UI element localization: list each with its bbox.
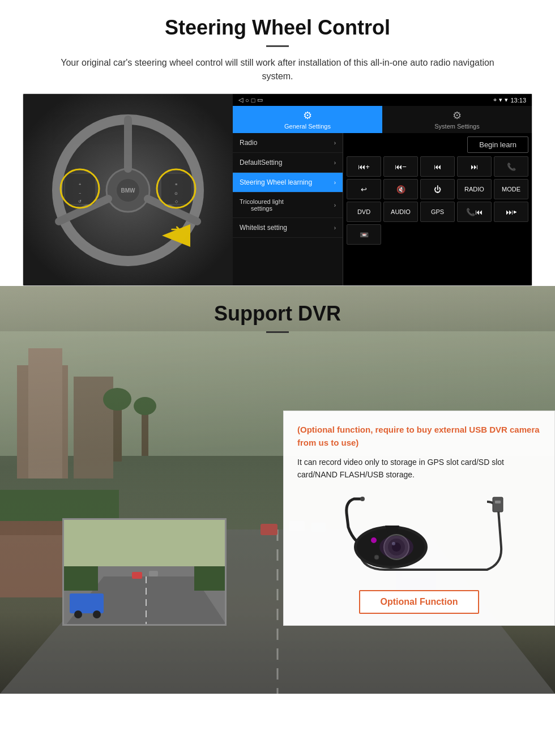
menu-item-tricoloured[interactable]: Tricoloured lightsettings › [233,193,343,218]
android-menu-list: Radio › DefaultSetting › Steering Wheel … [233,133,343,285]
svg-rect-51 [493,497,503,512]
title-divider-steering [266,45,289,47]
ctrl-mute[interactable]: 🔇 [383,179,418,199]
dvr-title: Support DVR [0,302,555,326]
menu-default-arrow: › [334,160,336,166]
svg-rect-38 [0,490,119,521]
tab-system[interactable]: ⚙ System Settings [382,106,532,133]
dvr-small-screen [62,518,227,626]
control-panel: Begin learn ⏮+ ⏮− ⏮ ⏭ 📞 ↩ 🔇 ⏻ RADIO [343,133,532,285]
svg-rect-21 [28,348,62,479]
svg-text:+: + [79,182,82,187]
ctrl-vol-down[interactable]: ⏮− [383,156,418,177]
menu-item-whitelist[interactable]: Whitelist setting › [233,218,343,238]
dvr-camera-image [297,490,541,581]
svg-rect-48 [64,565,98,591]
ctrl-prev[interactable]: ⏮ [420,156,455,177]
android-panel: ◁ ○ □ ▭ ⌖ ▾ ▾ 13:13 ⚙ General Settings ⚙… [233,94,532,285]
ctrl-vol-up[interactable]: ⏮+ [347,156,381,177]
svg-point-59 [371,537,377,543]
statusbar-home: ○ [245,97,249,104]
svg-text:➜: ➜ [170,222,181,236]
svg-rect-23 [113,405,122,462]
dvr-header: Support DVR [0,286,555,333]
menu-default-label: DefaultSetting [240,159,282,166]
svg-text:⊙: ⊙ [174,191,178,195]
svg-point-62 [360,497,365,501]
svg-rect-52 [495,501,501,503]
ctrl-gps[interactable]: GPS [420,202,455,222]
ctrl-phone-prev[interactable]: 📞⏮ [457,202,492,222]
ctrl-radio[interactable]: RADIO [457,179,492,199]
statusbar-menu: ▭ [257,96,263,104]
svg-point-26 [134,397,156,415]
dvr-section: Support DVR [0,286,555,694]
statusbar-location: ⌖ [493,96,497,104]
dvr-screen-inner [64,520,225,624]
svg-rect-44 [149,571,158,576]
gear-icon-system: ⚙ [452,109,462,122]
begin-learn-button[interactable]: Begin learn [467,136,528,153]
ctrl-power[interactable]: ⏻ [420,179,455,199]
menu-steering-label: Steering Wheel learning [240,178,312,186]
steering-photo: + − ↺ ≡ ⊙ ◇ BMW ➜ [23,94,233,286]
ctrl-hangup[interactable]: ↩ [347,179,381,199]
ctrl-next[interactable]: ⏭ [457,156,492,177]
svg-point-63 [379,536,413,558]
ctrl-audio[interactable]: AUDIO [383,202,418,222]
tab-system-label: System Settings [434,123,479,130]
dvr-description: It can record video only to storage in G… [297,456,541,481]
steering-section: Steering Wheel Control Your original car… [0,0,555,286]
steering-demo-container: + − ↺ ≡ ⊙ ◇ BMW ➜ [23,93,532,286]
control-grid: ⏮+ ⏮− ⏮ ⏭ 📞 ↩ 🔇 ⏻ RADIO MODE DVD AUDIO [347,156,528,245]
android-statusbar: ◁ ○ □ ▭ ⌖ ▾ ▾ 13:13 [233,94,532,106]
steering-title: Steering Wheel Control [23,16,532,40]
ctrl-dvd[interactable]: DVD [347,202,381,222]
svg-point-24 [103,388,131,411]
svg-text:≡: ≡ [175,182,177,186]
tab-general[interactable]: ⚙ General Settings [233,106,382,133]
menu-radio-label: Radio [240,139,257,147]
menu-tricoloured-label: Tricoloured lightsettings [240,198,284,212]
svg-text:−: − [79,191,81,195]
title-divider-dvr [266,331,289,333]
ctrl-phone-next[interactable]: ⏭▶ [494,202,528,222]
ctrl-phone[interactable]: 📞 [494,156,528,177]
android-tabs: ⚙ General Settings ⚙ System Settings [233,106,532,133]
menu-tricoloured-arrow: › [334,202,336,208]
svg-point-47 [93,610,101,618]
dvr-camera-svg [328,496,510,575]
menu-item-steering-learning[interactable]: Steering Wheel learning › [233,173,343,193]
dvr-mini-scene [64,520,227,626]
statusbar-back: ◁ [238,96,243,104]
svg-point-46 [74,610,82,618]
steering-bg: + − ↺ ≡ ⊙ ◇ BMW ➜ [23,94,233,286]
android-body: Radio › DefaultSetting › Steering Wheel … [233,133,532,285]
statusbar-signal: ▾ [499,96,502,104]
svg-rect-49 [194,565,227,591]
svg-rect-50 [64,520,227,566]
menu-whitelist-label: Whitelist setting [240,224,287,232]
menu-radio-arrow: › [334,140,336,146]
menu-steering-arrow: › [334,180,336,186]
menu-item-defaultsetting[interactable]: DefaultSetting › [233,153,343,173]
svg-text:↺: ↺ [78,199,82,203]
svg-point-60 [374,555,379,559]
begin-learn-row: Begin learn [347,136,528,153]
menu-item-radio[interactable]: Radio › [233,133,343,153]
dvr-optional-text: (Optional function, require to buy exter… [297,424,541,449]
svg-rect-45 [70,593,104,613]
tab-general-label: General Settings [284,123,331,130]
statusbar-recent: □ [251,97,255,104]
ctrl-mode[interactable]: MODE [494,179,528,199]
svg-rect-29 [261,524,278,535]
ctrl-dvr-icon[interactable]: 📼 [347,224,381,245]
svg-text:BMW: BMW [121,187,136,194]
svg-rect-25 [142,411,148,456]
dvr-info-card: (Optional function, require to buy exter… [283,411,555,626]
optional-function-button[interactable]: Optional Function [359,590,480,614]
menu-whitelist-arrow: › [334,225,336,231]
steering-subtitle: Your original car's steering wheel contr… [45,56,510,83]
gear-icon-general: ⚙ [303,109,312,122]
statusbar-wifi: ▾ [505,96,508,104]
